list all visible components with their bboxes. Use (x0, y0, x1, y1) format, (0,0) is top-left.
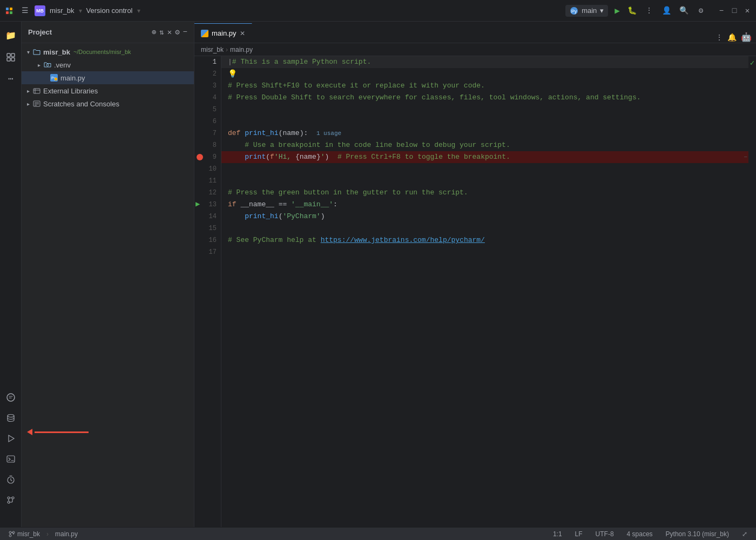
project-name-label[interactable]: misr_bk (50, 6, 75, 15)
version-control-label[interactable]: Version control (86, 6, 133, 15)
breakpoint-dot (197, 154, 203, 160)
code-content[interactable]: |# This is a sample Python script. 💡 # P… (221, 56, 748, 527)
tree-item-root[interactable]: ▾ misr_bk ~/Documents/misr_bk (22, 45, 194, 58)
library-icon (32, 86, 41, 95)
svg-rect-1 (6, 8, 9, 10)
timer-icon[interactable] (1, 470, 21, 489)
code-line-1: |# This is a sample Python script. (221, 56, 748, 68)
settings-icon[interactable]: ⚙ (696, 5, 706, 16)
hamburger-menu-icon[interactable]: ☰ (19, 5, 30, 16)
code-line-17 (221, 246, 748, 258)
editor-area: main.py ✕ ⋮ 🔔 🤖 misr_bk › main.py 1 2 3 … (194, 22, 756, 527)
maximize-button[interactable]: □ (730, 6, 739, 15)
folder-icon (32, 48, 41, 56)
notification-icon[interactable]: 🔔 (727, 33, 737, 42)
structure-icon[interactable] (1, 48, 21, 67)
left-bottom-panel (0, 388, 22, 514)
run-configs-icon[interactable] (1, 429, 21, 448)
collapse-icon[interactable]: ⇅ (159, 28, 164, 37)
line-4: 4 (194, 92, 221, 104)
line-17: 17 (194, 246, 221, 258)
svg-rect-15 (33, 89, 40, 93)
line-3: 3 (194, 80, 221, 92)
status-python-version[interactable]: Python 3.10 (misr_bk) (664, 530, 731, 538)
more-options-icon[interactable]: ⋮ (644, 5, 654, 16)
sidebar-minimize-icon[interactable]: − (183, 28, 187, 37)
tree-label-venv: .venv (54, 61, 71, 69)
code-line-4: # Press Double Shift to search everywher… (221, 92, 748, 104)
breadcrumb: misr_bk › main.py (194, 43, 756, 56)
debug-button[interactable]: 🐛 (626, 5, 637, 16)
git-icon[interactable] (1, 490, 21, 510)
terminal-icon[interactable] (1, 449, 21, 469)
status-expand-icon[interactable]: ⤢ (740, 530, 750, 538)
titlebar-left: ☰ MB misr_bk ▾ Version control ▾ (4, 5, 140, 16)
titlebar: ☰ MB misr_bk ▾ Version control ▾ Py main… (0, 0, 756, 22)
svg-point-34 (9, 535, 11, 537)
status-indent[interactable]: 4 spaces (625, 530, 655, 538)
close-button[interactable]: ✕ (743, 6, 752, 15)
suggestion-bulb-icon[interactable]: 💡 (228, 68, 237, 80)
status-right: 1:1 LF UTF-8 4 spaces Python 3.10 (misr_… (551, 530, 750, 538)
code-line-10 (221, 163, 748, 175)
bookmarks-icon[interactable] (1, 388, 21, 407)
code-editor[interactable]: 1 2 3 4 5 6 7 8 9 10 11 12 ▶ 13 14 (194, 56, 756, 527)
breadcrumb-file[interactable]: main.py (230, 46, 253, 53)
tree-item-mainpy[interactable]: Py main.py (22, 71, 194, 84)
main-layout: 📁 ⋯ Project ⊕ ⇅ ✕ ⚙ − (0, 22, 756, 527)
sidebar-options-icon[interactable]: ⚙ (175, 28, 179, 37)
database-icon[interactable] (1, 408, 21, 428)
status-encoding[interactable]: UTF-8 (593, 530, 616, 538)
branch-name: misr_bk (17, 530, 40, 538)
minimize-button[interactable]: − (717, 6, 726, 15)
status-position[interactable]: 1:1 (551, 530, 564, 538)
tree-item-external-libs[interactable]: ▸ External Libraries (22, 84, 194, 97)
project-tree: ▾ misr_bk ~/Documents/misr_bk ▸ (22, 43, 194, 527)
code-line-7: def print_hi(name): 1 usage (221, 127, 748, 139)
breadcrumb-project[interactable]: misr_bk (201, 46, 224, 53)
copilot-icon[interactable]: 🤖 (741, 32, 752, 43)
status-line-ending[interactable]: LF (573, 530, 585, 538)
user-avatar: MB (35, 5, 45, 16)
tab-bar-more-icon[interactable]: ⋮ (716, 33, 723, 42)
tab-bar-actions: ⋮ 🔔 🤖 (711, 32, 756, 43)
svg-rect-25 (7, 456, 15, 462)
venv-folder-icon (43, 60, 52, 69)
sidebar-actions: ⊕ ⇅ ✕ ⚙ − (152, 28, 187, 37)
profile-icon[interactable]: 👤 (661, 5, 672, 16)
tree-item-venv[interactable]: ▸ .venv (22, 58, 194, 71)
tab-bar: main.py ✕ ⋮ 🔔 🤖 (194, 22, 756, 43)
status-file[interactable]: main.py (53, 530, 80, 538)
tree-item-scratches[interactable]: ▸ Scratches and Consoles (22, 97, 194, 110)
svg-rect-7 (7, 53, 10, 57)
more-tools-icon[interactable]: ⋯ (1, 69, 21, 89)
run-button[interactable]: ▶ (615, 5, 620, 16)
run-config-selector[interactable]: Py main ▾ (565, 5, 608, 17)
close-sidebar-icon[interactable]: ✕ (167, 28, 172, 37)
code-line-12: # Press the green button in the gutter t… (221, 187, 748, 199)
svg-rect-4 (10, 11, 12, 14)
line-5: 5 (194, 104, 221, 116)
chevron-right-icon: ▸ (24, 86, 32, 95)
app-icon[interactable] (4, 5, 15, 16)
svg-point-32 (9, 531, 11, 534)
project-files-icon[interactable]: 📁 (1, 26, 21, 45)
new-file-icon[interactable]: ⊕ (152, 28, 156, 37)
search-icon[interactable]: 🔍 (678, 5, 689, 16)
chevron-right-icon: ▸ (35, 60, 43, 69)
sidebar-title-label: Project (28, 28, 52, 36)
sidebar-header: Project ⊕ ⇅ ✕ ⚙ − (22, 22, 194, 43)
chevron-down-icon: ▾ (24, 48, 32, 56)
status-bar: misr_bk › main.py 1:1 LF UTF-8 4 spaces … (0, 527, 756, 540)
tab-mainpy[interactable]: main.py ✕ (194, 23, 252, 43)
code-line-2: 💡 (221, 68, 748, 80)
status-branch[interactable]: misr_bk (6, 530, 42, 538)
code-line-11 (221, 175, 748, 187)
project-sidebar: Project ⊕ ⇅ ✕ ⚙ − ▾ misr_bk ~/Documents/… (22, 22, 194, 527)
tab-close-icon[interactable]: ✕ (240, 30, 245, 37)
tab-name-label: main.py (212, 29, 237, 37)
svg-point-22 (7, 394, 15, 401)
tree-label-scratches: Scratches and Consoles (43, 100, 119, 108)
line-2: 2 (194, 68, 221, 80)
status-left: misr_bk › main.py (6, 530, 80, 538)
